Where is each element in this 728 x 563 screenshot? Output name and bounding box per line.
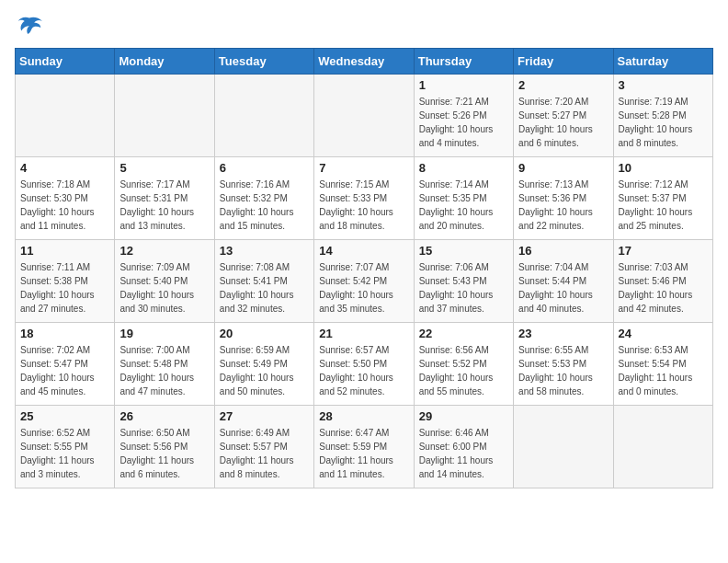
calendar-week-1: 1Sunrise: 7:21 AMSunset: 5:26 PMDaylight… [16, 75, 713, 157]
day-number: 4 [20, 161, 109, 175]
day-number: 11 [20, 244, 109, 258]
day-info: Sunrise: 7:06 AMSunset: 5:43 PMDaylight:… [419, 260, 508, 316]
day-info: Sunrise: 7:16 AMSunset: 5:32 PMDaylight:… [220, 178, 309, 233]
day-info: Sunrise: 6:57 AMSunset: 5:50 PMDaylight:… [319, 343, 408, 398]
calendar-cell: 11Sunrise: 7:11 AMSunset: 5:38 PMDayligh… [16, 240, 115, 323]
day-number: 26 [119, 409, 209, 423]
calendar-cell [115, 75, 214, 157]
day-info: Sunrise: 7:15 AMSunset: 5:33 PMDaylight:… [319, 178, 408, 233]
header-friday: Friday [514, 49, 613, 75]
day-info: Sunrise: 7:14 AMSunset: 5:35 PMDaylight:… [419, 178, 508, 233]
calendar-cell [214, 75, 313, 157]
day-info: Sunrise: 7:02 AMSunset: 5:47 PMDaylight:… [20, 343, 109, 398]
day-number: 3 [619, 78, 708, 92]
calendar-cell: 13Sunrise: 7:08 AMSunset: 5:41 PMDayligh… [214, 240, 313, 323]
day-number: 24 [619, 327, 708, 340]
day-info: Sunrise: 6:53 AMSunset: 5:54 PMDaylight:… [619, 343, 708, 398]
calendar-cell: 28Sunrise: 6:47 AMSunset: 5:59 PMDayligh… [314, 406, 414, 488]
calendar-week-2: 4Sunrise: 7:18 AMSunset: 5:30 PMDaylight… [16, 157, 713, 240]
logo-bird-icon [15, 15, 44, 40]
day-number: 15 [419, 244, 508, 258]
header-thursday: Thursday [414, 49, 513, 75]
day-number: 5 [119, 161, 209, 175]
day-info: Sunrise: 6:47 AMSunset: 5:59 PMDaylight:… [319, 426, 408, 481]
day-info: Sunrise: 7:21 AMSunset: 5:26 PMDaylight:… [419, 95, 508, 150]
calendar-cell [514, 406, 613, 488]
day-info: Sunrise: 6:59 AMSunset: 5:49 PMDaylight:… [220, 343, 309, 398]
header-sunday: Sunday [16, 49, 115, 75]
day-number: 22 [419, 327, 508, 340]
header-tuesday: Tuesday [214, 49, 313, 75]
calendar-cell: 12Sunrise: 7:09 AMSunset: 5:40 PMDayligh… [115, 240, 214, 323]
day-number: 1 [419, 78, 508, 92]
day-number: 20 [220, 327, 309, 340]
calendar-cell: 7Sunrise: 7:15 AMSunset: 5:33 PMDaylight… [314, 157, 414, 240]
day-info: Sunrise: 7:12 AMSunset: 5:37 PMDaylight:… [619, 178, 708, 233]
day-number: 7 [319, 161, 408, 175]
calendar-cell: 22Sunrise: 6:56 AMSunset: 5:52 PMDayligh… [414, 323, 513, 406]
calendar-cell: 1Sunrise: 7:21 AMSunset: 5:26 PMDaylight… [414, 75, 513, 157]
day-info: Sunrise: 6:46 AMSunset: 6:00 PMDaylight:… [419, 426, 508, 481]
day-info: Sunrise: 7:09 AMSunset: 5:40 PMDaylight:… [119, 260, 209, 316]
day-number: 14 [319, 244, 408, 258]
calendar-cell: 9Sunrise: 7:13 AMSunset: 5:36 PMDaylight… [514, 157, 613, 240]
calendar-cell [16, 75, 115, 157]
day-number: 28 [319, 409, 408, 423]
calendar-cell: 5Sunrise: 7:17 AMSunset: 5:31 PMDaylight… [115, 157, 214, 240]
calendar-cell: 27Sunrise: 6:49 AMSunset: 5:57 PMDayligh… [214, 406, 313, 488]
calendar-cell: 3Sunrise: 7:19 AMSunset: 5:28 PMDaylight… [613, 75, 712, 157]
day-number: 17 [619, 244, 708, 258]
calendar-cell: 19Sunrise: 7:00 AMSunset: 5:48 PMDayligh… [115, 323, 214, 406]
day-info: Sunrise: 6:52 AMSunset: 5:55 PMDaylight:… [20, 426, 109, 481]
day-info: Sunrise: 7:17 AMSunset: 5:31 PMDaylight:… [119, 178, 209, 233]
day-number: 19 [119, 327, 209, 340]
day-info: Sunrise: 7:03 AMSunset: 5:46 PMDaylight:… [619, 260, 708, 316]
header-monday: Monday [115, 49, 214, 75]
day-info: Sunrise: 6:49 AMSunset: 5:57 PMDaylight:… [220, 426, 309, 481]
day-info: Sunrise: 7:04 AMSunset: 5:44 PMDaylight:… [518, 260, 608, 316]
day-number: 2 [518, 78, 608, 92]
day-info: Sunrise: 7:07 AMSunset: 5:42 PMDaylight:… [319, 260, 408, 316]
calendar-week-5: 25Sunrise: 6:52 AMSunset: 5:55 PMDayligh… [16, 406, 713, 488]
calendar-cell: 26Sunrise: 6:50 AMSunset: 5:56 PMDayligh… [115, 406, 214, 488]
header-saturday: Saturday [613, 49, 712, 75]
day-number: 27 [220, 409, 309, 423]
day-info: Sunrise: 7:18 AMSunset: 5:30 PMDaylight:… [20, 178, 109, 233]
calendar-header-row: SundayMondayTuesdayWednesdayThursdayFrid… [16, 49, 713, 75]
day-number: 25 [20, 409, 109, 423]
logo [15, 15, 48, 40]
calendar-cell: 18Sunrise: 7:02 AMSunset: 5:47 PMDayligh… [16, 323, 115, 406]
calendar-cell: 17Sunrise: 7:03 AMSunset: 5:46 PMDayligh… [613, 240, 712, 323]
header-wednesday: Wednesday [314, 49, 414, 75]
calendar-cell: 2Sunrise: 7:20 AMSunset: 5:27 PMDaylight… [514, 75, 613, 157]
day-info: Sunrise: 7:20 AMSunset: 5:27 PMDaylight:… [518, 95, 608, 150]
calendar-body: 1Sunrise: 7:21 AMSunset: 5:26 PMDaylight… [16, 75, 713, 488]
day-number: 12 [119, 244, 209, 258]
calendar-cell: 23Sunrise: 6:55 AMSunset: 5:53 PMDayligh… [514, 323, 613, 406]
calendar-week-4: 18Sunrise: 7:02 AMSunset: 5:47 PMDayligh… [16, 323, 713, 406]
calendar-week-3: 11Sunrise: 7:11 AMSunset: 5:38 PMDayligh… [16, 240, 713, 323]
calendar-cell: 4Sunrise: 7:18 AMSunset: 5:30 PMDaylight… [16, 157, 115, 240]
day-number: 29 [419, 409, 508, 423]
calendar-cell: 20Sunrise: 6:59 AMSunset: 5:49 PMDayligh… [214, 323, 313, 406]
day-number: 23 [518, 327, 608, 340]
day-number: 6 [220, 161, 309, 175]
calendar-cell: 14Sunrise: 7:07 AMSunset: 5:42 PMDayligh… [314, 240, 414, 323]
day-info: Sunrise: 6:56 AMSunset: 5:52 PMDaylight:… [419, 343, 508, 398]
day-info: Sunrise: 7:11 AMSunset: 5:38 PMDaylight:… [20, 260, 109, 316]
page-header [15, 15, 713, 40]
day-number: 16 [518, 244, 608, 258]
day-info: Sunrise: 7:13 AMSunset: 5:36 PMDaylight:… [518, 178, 608, 233]
day-number: 18 [20, 327, 109, 340]
day-number: 13 [220, 244, 309, 258]
day-number: 8 [419, 161, 508, 175]
calendar-cell [314, 75, 414, 157]
day-info: Sunrise: 6:50 AMSunset: 5:56 PMDaylight:… [119, 426, 209, 481]
calendar-cell: 29Sunrise: 6:46 AMSunset: 6:00 PMDayligh… [414, 406, 513, 488]
day-info: Sunrise: 7:19 AMSunset: 5:28 PMDaylight:… [619, 95, 708, 150]
calendar-cell: 10Sunrise: 7:12 AMSunset: 5:37 PMDayligh… [613, 157, 712, 240]
calendar-cell: 15Sunrise: 7:06 AMSunset: 5:43 PMDayligh… [414, 240, 513, 323]
day-number: 9 [518, 161, 608, 175]
calendar-cell [613, 406, 712, 488]
calendar-cell: 21Sunrise: 6:57 AMSunset: 5:50 PMDayligh… [314, 323, 414, 406]
